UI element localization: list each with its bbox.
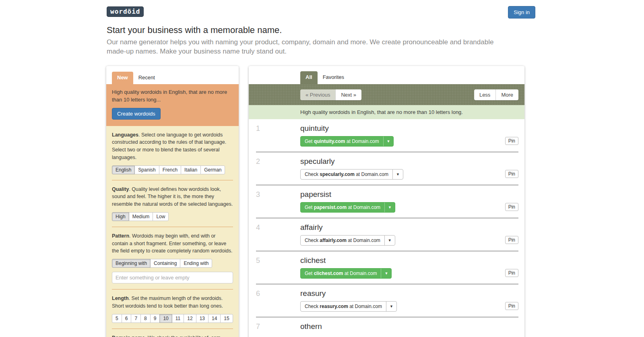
check-domain-button[interactable]: Check affairly.com at Domain.com ▼ — [300, 235, 395, 246]
pin-button[interactable]: Pin — [505, 170, 518, 178]
filter-note: High quality wordoids in English, that a… — [249, 105, 524, 119]
logo-text: wordöid — [110, 8, 140, 15]
tab-all[interactable]: All — [300, 71, 318, 84]
wordoid-row: 1 quintuity Get quintuity.com at Domain.… — [249, 119, 524, 152]
get-domain-button[interactable]: Get papersist.com at Domain.com ▼ — [300, 202, 395, 213]
row-action: Get papersist.com at Domain.com ▼ — [300, 202, 524, 213]
pattern-beginning-with[interactable]: Beginning with — [112, 259, 151, 268]
tab-favorites[interactable]: Favorites — [318, 71, 349, 84]
wordoid-name: affairly — [300, 218, 524, 232]
language-english[interactable]: English — [112, 165, 135, 174]
wordoid-row: 2 specularly Check specularly.com at Dom… — [249, 152, 524, 185]
language-italian[interactable]: Italian — [181, 165, 201, 174]
wordoid-name: papersist — [300, 185, 524, 199]
length-6[interactable]: 6 — [122, 314, 132, 323]
quality-description: Quality. Quality level defines how wordo… — [112, 186, 233, 208]
length-15[interactable]: 15 — [220, 314, 233, 323]
get-domain-button[interactable]: Get quintuity.com at Domain.com ▼ — [300, 136, 394, 147]
length-9[interactable]: 9 — [150, 314, 160, 323]
generator-summary-text: High quality wordoids in English, that a… — [112, 89, 233, 104]
pin-button[interactable]: Pin — [505, 302, 518, 310]
language-spanish[interactable]: Spanish — [134, 165, 159, 174]
pattern-section: Pattern. Wordoids may begin with, end wi… — [106, 227, 239, 289]
quality-high[interactable]: High — [112, 212, 129, 221]
language-french[interactable]: French — [159, 165, 181, 174]
pagination-group: « Previous Next » — [300, 89, 361, 100]
wordoid-row: 5 clichest Get clichest.com at Domain.co… — [249, 251, 524, 284]
caret-down-icon[interactable]: ▼ — [383, 136, 394, 146]
pattern-options: Beginning with Containing Ending with — [112, 259, 212, 268]
pattern-ending-with[interactable]: Ending with — [180, 259, 212, 268]
check-domain-button[interactable]: Check specularly.com at Domain.com ▼ — [300, 169, 403, 180]
wordoid-logo[interactable]: wordöid — [107, 6, 144, 17]
domain-section: Domain name. We check the availability o… — [106, 329, 239, 337]
previous-button[interactable]: « Previous — [300, 89, 335, 100]
create-wordoids-button[interactable]: Create wordoids — [112, 108, 161, 120]
generator-tabs: New Recent — [106, 66, 239, 84]
length-section: Length. Set the maximum length of the wo… — [106, 289, 239, 329]
pin-button[interactable]: Pin — [505, 203, 518, 211]
wordoid-row: 4 affairly Check affairly.com at Domain.… — [249, 218, 524, 251]
row-action: Get clichest.com at Domain.com ▼ — [300, 268, 524, 279]
row-action: Check affairly.com at Domain.com ▼ — [300, 235, 524, 246]
results-tabs: All Favorites — [249, 66, 524, 84]
languages-options: English Spanish French Italian German — [112, 165, 225, 174]
caret-down-icon[interactable]: ▼ — [384, 203, 395, 212]
wordoid-name: othern — [300, 317, 524, 331]
next-button[interactable]: Next » — [335, 89, 361, 100]
pattern-containing[interactable]: Containing — [150, 259, 180, 268]
results-panel: All Favorites « Previous Next » Less Mor… — [249, 66, 524, 337]
sign-in-button[interactable]: Sign in — [508, 6, 535, 19]
quality-section: Quality. Quality level defines how wordo… — [106, 180, 239, 227]
wordoid-name: specularly — [300, 152, 524, 166]
length-options: 5 6 7 8 9 10 11 12 13 14 15 — [112, 314, 233, 323]
pattern-description: Pattern. Wordoids may begin with, end wi… — [112, 232, 233, 255]
language-german[interactable]: German — [200, 165, 225, 174]
length-5[interactable]: 5 — [112, 314, 122, 323]
row-number: 7 — [256, 323, 260, 331]
quality-medium[interactable]: Medium — [129, 212, 153, 221]
row-number: 2 — [256, 157, 260, 166]
languages-description: Languages. Select one language to get wo… — [112, 131, 233, 161]
pattern-input[interactable] — [112, 272, 233, 283]
tab-new[interactable]: New — [112, 72, 133, 84]
row-action: Check reasury.com at Domain.com ▼ — [300, 301, 524, 312]
length-description: Length. Set the maximum length of the wo… — [112, 295, 233, 310]
wordoid-row: 6 reasury Check reasury.com at Domain.co… — [249, 284, 524, 317]
row-action: Check specularly.com at Domain.com ▼ — [300, 169, 524, 180]
wordoid-name: clichest — [300, 251, 524, 265]
generator-summary-box: High quality wordoids in English, that a… — [106, 84, 239, 126]
pin-button[interactable]: Pin — [505, 137, 518, 145]
caret-down-icon[interactable]: ▼ — [384, 236, 395, 245]
less-button[interactable]: Less — [474, 89, 495, 100]
row-number: 3 — [256, 190, 260, 199]
tab-recent[interactable]: Recent — [133, 72, 160, 84]
wordoid-row: 3 papersist Get papersist.com at Domain.… — [249, 185, 524, 218]
length-14[interactable]: 14 — [208, 314, 221, 323]
get-domain-button[interactable]: Get clichest.com at Domain.com ▼ — [300, 268, 392, 279]
length-8[interactable]: 8 — [140, 314, 151, 323]
length-13[interactable]: 13 — [196, 314, 208, 323]
row-action: Get quintuity.com at Domain.com ▼ — [300, 136, 524, 147]
caret-down-icon[interactable]: ▼ — [392, 170, 403, 179]
caret-down-icon[interactable]: ▼ — [386, 302, 396, 311]
generator-panel: New Recent High quality wordoids in Engl… — [106, 66, 239, 337]
row-number: 1 — [256, 124, 260, 133]
caret-down-icon[interactable]: ▼ — [381, 269, 391, 278]
length-10[interactable]: 10 — [159, 314, 172, 323]
length-7[interactable]: 7 — [131, 314, 141, 323]
row-number: 6 — [256, 289, 260, 298]
row-number: 5 — [256, 256, 260, 265]
row-number: 4 — [256, 223, 260, 232]
pin-button[interactable]: Pin — [505, 269, 518, 277]
page-title: Start your business with a memorable nam… — [107, 25, 282, 35]
more-button[interactable]: More — [495, 89, 518, 100]
check-domain-button[interactable]: Check reasury.com at Domain.com ▼ — [300, 301, 397, 312]
wordoid-name: reasury — [300, 284, 524, 298]
quality-options: High Medium Low — [112, 212, 169, 221]
length-12[interactable]: 12 — [184, 314, 196, 323]
domain-description: Domain name. We check the availability o… — [112, 334, 233, 337]
quality-low[interactable]: Low — [153, 212, 169, 221]
length-11[interactable]: 11 — [172, 314, 184, 323]
pin-button[interactable]: Pin — [505, 236, 518, 244]
